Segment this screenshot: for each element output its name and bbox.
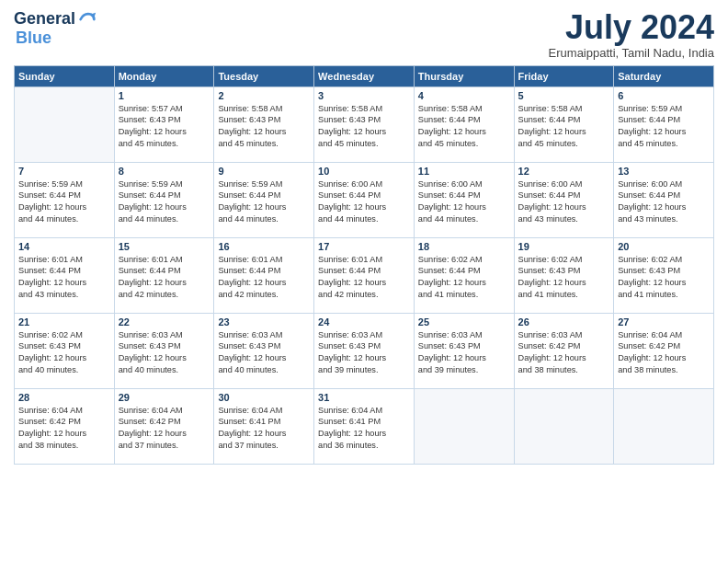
calendar-cell: 12Sunrise: 6:00 AMSunset: 6:44 PMDayligh… bbox=[514, 162, 614, 237]
calendar-cell: 22Sunrise: 6:03 AMSunset: 6:43 PMDayligh… bbox=[114, 313, 214, 388]
day-details: Sunrise: 6:04 AMSunset: 6:41 PMDaylight:… bbox=[218, 405, 310, 453]
calendar-cell: 9Sunrise: 5:59 AMSunset: 6:44 PMDaylight… bbox=[214, 162, 314, 237]
week-row-3: 14Sunrise: 6:01 AMSunset: 6:44 PMDayligh… bbox=[15, 237, 714, 313]
day-number: 13 bbox=[618, 166, 710, 177]
week-row-4: 21Sunrise: 6:02 AMSunset: 6:43 PMDayligh… bbox=[15, 313, 714, 388]
day-number: 9 bbox=[218, 166, 310, 177]
day-details: Sunrise: 6:03 AMSunset: 6:43 PMDaylight:… bbox=[318, 329, 410, 377]
calendar-cell: 23Sunrise: 6:03 AMSunset: 6:43 PMDayligh… bbox=[214, 313, 314, 388]
calendar-cell: 4Sunrise: 5:58 AMSunset: 6:44 PMDaylight… bbox=[414, 86, 514, 162]
day-details: Sunrise: 6:01 AMSunset: 6:44 PMDaylight:… bbox=[218, 254, 310, 302]
calendar-cell: 25Sunrise: 6:03 AMSunset: 6:43 PMDayligh… bbox=[414, 313, 514, 388]
logo: General Blue bbox=[14, 9, 97, 48]
calendar-cell: 14Sunrise: 6:01 AMSunset: 6:44 PMDayligh… bbox=[15, 237, 115, 313]
day-details: Sunrise: 5:58 AMSunset: 6:44 PMDaylight:… bbox=[418, 103, 510, 151]
header-row: SundayMondayTuesdayWednesdayThursdayFrid… bbox=[15, 65, 714, 86]
day-number: 26 bbox=[518, 316, 610, 327]
day-details: Sunrise: 6:02 AMSunset: 6:43 PMDaylight:… bbox=[618, 254, 710, 302]
calendar-cell: 10Sunrise: 6:00 AMSunset: 6:44 PMDayligh… bbox=[314, 162, 415, 237]
day-number: 5 bbox=[518, 90, 610, 101]
day-number: 3 bbox=[318, 90, 410, 101]
day-details: Sunrise: 5:59 AMSunset: 6:44 PMDaylight:… bbox=[218, 178, 310, 226]
header-day-tuesday: Tuesday bbox=[214, 65, 314, 86]
day-details: Sunrise: 5:58 AMSunset: 6:43 PMDaylight:… bbox=[318, 103, 410, 151]
day-details: Sunrise: 5:58 AMSunset: 6:43 PMDaylight:… bbox=[218, 103, 310, 151]
day-details: Sunrise: 6:03 AMSunset: 6:42 PMDaylight:… bbox=[518, 329, 610, 377]
calendar-cell: 16Sunrise: 6:01 AMSunset: 6:44 PMDayligh… bbox=[214, 237, 314, 313]
logo-text-general: General bbox=[14, 10, 75, 29]
calendar-cell: 19Sunrise: 6:02 AMSunset: 6:43 PMDayligh… bbox=[514, 237, 614, 313]
day-details: Sunrise: 6:04 AMSunset: 6:42 PMDaylight:… bbox=[18, 405, 110, 453]
day-details: Sunrise: 5:59 AMSunset: 6:44 PMDaylight:… bbox=[119, 178, 210, 226]
day-number: 17 bbox=[318, 241, 410, 252]
month-year-title: July 2024 bbox=[549, 9, 714, 46]
calendar-cell: 28Sunrise: 6:04 AMSunset: 6:42 PMDayligh… bbox=[15, 388, 115, 464]
day-number: 27 bbox=[618, 316, 710, 327]
calendar-cell bbox=[614, 388, 714, 464]
week-row-1: 1Sunrise: 5:57 AMSunset: 6:43 PMDaylight… bbox=[15, 86, 714, 162]
day-details: Sunrise: 6:01 AMSunset: 6:44 PMDaylight:… bbox=[318, 254, 410, 302]
calendar-cell: 2Sunrise: 5:58 AMSunset: 6:43 PMDaylight… bbox=[214, 86, 314, 162]
day-number: 7 bbox=[18, 166, 110, 177]
calendar-cell: 13Sunrise: 6:00 AMSunset: 6:44 PMDayligh… bbox=[614, 162, 714, 237]
calendar-cell bbox=[15, 86, 115, 162]
day-number: 25 bbox=[418, 316, 510, 327]
calendar-cell: 29Sunrise: 6:04 AMSunset: 6:42 PMDayligh… bbox=[114, 388, 214, 464]
calendar-cell: 18Sunrise: 6:02 AMSunset: 6:44 PMDayligh… bbox=[414, 237, 514, 313]
day-number: 23 bbox=[218, 316, 310, 327]
day-details: Sunrise: 6:03 AMSunset: 6:43 PMDaylight:… bbox=[418, 329, 510, 377]
logo-icon bbox=[77, 9, 97, 29]
logo-text-blue: Blue bbox=[16, 29, 51, 48]
header-day-friday: Friday bbox=[514, 65, 614, 86]
day-details: Sunrise: 6:02 AMSunset: 6:44 PMDaylight:… bbox=[418, 254, 510, 302]
calendar-cell bbox=[514, 388, 614, 464]
day-details: Sunrise: 6:00 AMSunset: 6:44 PMDaylight:… bbox=[518, 178, 610, 226]
day-number: 15 bbox=[119, 241, 210, 252]
calendar-cell bbox=[414, 388, 514, 464]
header-day-wednesday: Wednesday bbox=[314, 65, 415, 86]
calendar-cell: 24Sunrise: 6:03 AMSunset: 6:43 PMDayligh… bbox=[314, 313, 415, 388]
day-number: 14 bbox=[18, 241, 110, 252]
day-number: 18 bbox=[418, 241, 510, 252]
day-details: Sunrise: 6:02 AMSunset: 6:43 PMDaylight:… bbox=[18, 329, 110, 377]
day-details: Sunrise: 6:00 AMSunset: 6:44 PMDaylight:… bbox=[618, 178, 710, 226]
day-details: Sunrise: 5:58 AMSunset: 6:44 PMDaylight:… bbox=[518, 103, 610, 151]
day-number: 12 bbox=[518, 166, 610, 177]
day-details: Sunrise: 6:01 AMSunset: 6:44 PMDaylight:… bbox=[119, 254, 210, 302]
day-number: 19 bbox=[518, 241, 610, 252]
calendar-cell: 5Sunrise: 5:58 AMSunset: 6:44 PMDaylight… bbox=[514, 86, 614, 162]
header-day-thursday: Thursday bbox=[414, 65, 514, 86]
day-number: 4 bbox=[418, 90, 510, 101]
day-details: Sunrise: 6:04 AMSunset: 6:41 PMDaylight:… bbox=[318, 405, 410, 453]
day-number: 21 bbox=[18, 316, 110, 327]
calendar-cell: 3Sunrise: 5:58 AMSunset: 6:43 PMDaylight… bbox=[314, 86, 415, 162]
header-day-saturday: Saturday bbox=[614, 65, 714, 86]
day-number: 24 bbox=[318, 316, 410, 327]
calendar-cell: 8Sunrise: 5:59 AMSunset: 6:44 PMDaylight… bbox=[114, 162, 214, 237]
calendar-cell: 1Sunrise: 5:57 AMSunset: 6:43 PMDaylight… bbox=[114, 86, 214, 162]
day-number: 6 bbox=[618, 90, 710, 101]
calendar-cell: 17Sunrise: 6:01 AMSunset: 6:44 PMDayligh… bbox=[314, 237, 415, 313]
title-block: July 2024 Erumaippatti, Tamil Nadu, Indi… bbox=[549, 9, 714, 60]
day-details: Sunrise: 6:00 AMSunset: 6:44 PMDaylight:… bbox=[418, 178, 510, 226]
header-day-sunday: Sunday bbox=[15, 65, 115, 86]
day-details: Sunrise: 6:00 AMSunset: 6:44 PMDaylight:… bbox=[318, 178, 410, 226]
location-text: Erumaippatti, Tamil Nadu, India bbox=[549, 46, 714, 60]
day-details: Sunrise: 5:59 AMSunset: 6:44 PMDaylight:… bbox=[18, 178, 110, 226]
day-number: 1 bbox=[119, 90, 210, 101]
calendar-cell: 30Sunrise: 6:04 AMSunset: 6:41 PMDayligh… bbox=[214, 388, 314, 464]
day-number: 28 bbox=[18, 392, 110, 403]
calendar-cell: 26Sunrise: 6:03 AMSunset: 6:42 PMDayligh… bbox=[514, 313, 614, 388]
day-details: Sunrise: 5:57 AMSunset: 6:43 PMDaylight:… bbox=[119, 103, 210, 151]
day-details: Sunrise: 6:02 AMSunset: 6:43 PMDaylight:… bbox=[518, 254, 610, 302]
day-number: 30 bbox=[218, 392, 310, 403]
day-details: Sunrise: 6:04 AMSunset: 6:42 PMDaylight:… bbox=[119, 405, 210, 453]
week-row-2: 7Sunrise: 5:59 AMSunset: 6:44 PMDaylight… bbox=[15, 162, 714, 237]
calendar-cell: 11Sunrise: 6:00 AMSunset: 6:44 PMDayligh… bbox=[414, 162, 514, 237]
day-number: 20 bbox=[618, 241, 710, 252]
day-number: 8 bbox=[119, 166, 210, 177]
calendar-cell: 27Sunrise: 6:04 AMSunset: 6:42 PMDayligh… bbox=[614, 313, 714, 388]
day-details: Sunrise: 6:01 AMSunset: 6:44 PMDaylight:… bbox=[18, 254, 110, 302]
day-details: Sunrise: 6:03 AMSunset: 6:43 PMDaylight:… bbox=[218, 329, 310, 377]
calendar-cell: 21Sunrise: 6:02 AMSunset: 6:43 PMDayligh… bbox=[15, 313, 115, 388]
